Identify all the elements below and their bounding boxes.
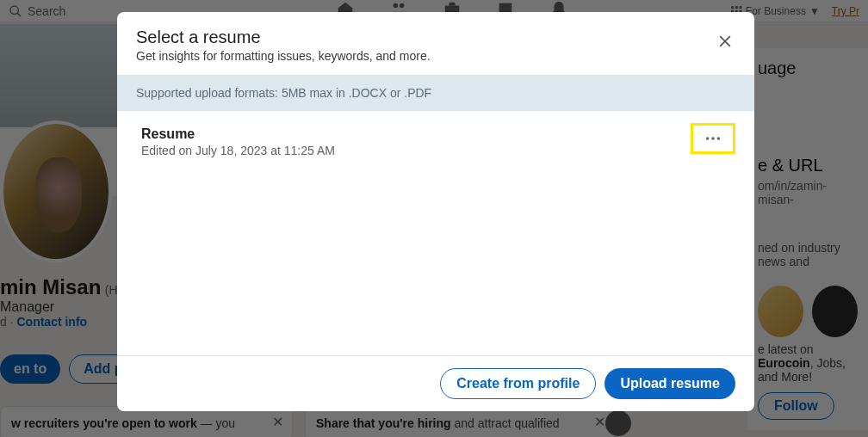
resume-item[interactable]: Resume Edited on July 18, 2023 at 11:25 …	[136, 126, 735, 157]
resume-list: Resume Edited on July 18, 2023 at 11:25 …	[117, 111, 754, 355]
modal-header: Select a resume Get insights for formatt…	[117, 12, 754, 75]
format-note: Supported upload formats: 5MB max in .DO…	[117, 75, 754, 111]
resume-name: Resume	[141, 126, 335, 142]
svg-point-18	[717, 137, 721, 140]
resume-overflow-menu[interactable]	[691, 123, 735, 154]
svg-point-16	[706, 137, 710, 140]
create-from-profile-button[interactable]: Create from profile	[440, 368, 596, 399]
upload-resume-button[interactable]: Upload resume	[604, 368, 735, 399]
modal-footer: Create from profile Upload resume	[117, 355, 754, 411]
resume-edited-date: Edited on July 18, 2023 at 11:25 AM	[141, 144, 335, 157]
select-resume-modal: Select a resume Get insights for formatt…	[117, 12, 754, 411]
modal-title: Select a resume	[136, 28, 735, 47]
close-button[interactable]	[715, 31, 735, 52]
close-icon	[716, 33, 734, 50]
more-icon	[704, 129, 722, 148]
modal-subtitle: Get insights for formatting issues, keyw…	[136, 49, 735, 63]
svg-point-17	[711, 137, 715, 140]
